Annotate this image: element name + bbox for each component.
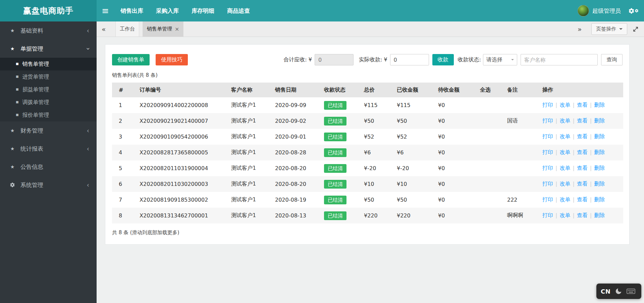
row-action-delete[interactable]: 删除 bbox=[594, 212, 605, 218]
cell-sales-date: 2020-09-01 bbox=[268, 129, 317, 145]
cell-total-price: ¥50 bbox=[357, 113, 390, 129]
settings-button[interactable] bbox=[628, 8, 639, 14]
row-action-view[interactable]: 查看 bbox=[577, 102, 588, 108]
column-header-select-all[interactable]: 全选 bbox=[473, 83, 500, 97]
nav-item-product-trace[interactable]: 商品追查 bbox=[221, 0, 256, 21]
actual-payment-input[interactable] bbox=[390, 54, 429, 65]
row-action-delete[interactable]: 删除 bbox=[594, 102, 605, 108]
cell-total-price: ¥6 bbox=[357, 145, 390, 160]
tabs-scroll-right-button[interactable]: » bbox=[573, 25, 587, 33]
row-action-view[interactable]: 查看 bbox=[577, 165, 588, 171]
cell-index: 6 bbox=[112, 176, 133, 192]
row-action-delete[interactable]: 删除 bbox=[594, 133, 605, 140]
user-name[interactable]: 超级管理员 bbox=[592, 7, 621, 15]
row-action-print[interactable]: 打印 bbox=[542, 149, 553, 155]
row-action-view[interactable]: 查看 bbox=[577, 149, 588, 155]
nav-item-sales-outbound[interactable]: 销售出库 bbox=[114, 0, 150, 21]
nav-item-purchase-inbound[interactable]: 采购入库 bbox=[150, 0, 185, 21]
cell-pending-amount: ¥0 bbox=[431, 145, 473, 160]
row-action-delete[interactable]: 删除 bbox=[594, 165, 605, 171]
sidebar-item-statistics[interactable]: ★ 统计报表 ‹ bbox=[0, 140, 97, 158]
row-action-delete[interactable]: 删除 bbox=[594, 181, 605, 187]
tab-operations-button[interactable]: 页签操作 bbox=[591, 23, 627, 35]
row-action-view[interactable]: 查看 bbox=[577, 133, 588, 140]
usage-tips-button[interactable]: 使用技巧 bbox=[156, 54, 188, 65]
sidebar-item-finance[interactable]: ★ 财务管理 ‹ bbox=[0, 121, 97, 140]
row-action-modify[interactable]: 改单 bbox=[559, 165, 570, 171]
action-separator: | bbox=[555, 165, 557, 171]
cell-payment-status: 已结清 bbox=[317, 208, 357, 223]
sidebar-item-document-management[interactable]: ★ 单据管理 ‹ bbox=[0, 40, 97, 58]
row-action-modify[interactable]: 改单 bbox=[559, 149, 570, 155]
fullscreen-icon[interactable] bbox=[633, 26, 639, 32]
cell-select bbox=[473, 97, 500, 113]
tabs-scroll-left-button[interactable]: « bbox=[97, 21, 111, 37]
cell-select bbox=[473, 176, 500, 192]
action-separator: | bbox=[555, 212, 557, 218]
tab-operations-label: 页签操作 bbox=[596, 26, 616, 32]
main-content: 创建销售单 使用技巧 合计应收: ¥ 实际收款: ¥ 收款 收款状态: 请选择 bbox=[97, 37, 644, 303]
table-row: 2 X2020090219021400007 测试客户1 2020-09-02 … bbox=[112, 113, 623, 129]
column-header-order-no: 订单编号 bbox=[133, 83, 224, 97]
sidebar-subitem-quotation-orders[interactable]: ■ 报价单管理 bbox=[0, 109, 97, 121]
double-chevron-left-icon: « bbox=[102, 25, 106, 33]
row-action-view[interactable]: 查看 bbox=[577, 196, 588, 203]
row-action-print[interactable]: 打印 bbox=[542, 117, 553, 124]
cell-select bbox=[473, 129, 500, 145]
status-badge: 已结清 bbox=[324, 133, 346, 141]
row-action-modify[interactable]: 改单 bbox=[559, 196, 570, 203]
row-action-delete[interactable]: 删除 bbox=[594, 196, 605, 203]
square-icon: ■ bbox=[16, 75, 19, 78]
tab-sales-order-management[interactable]: 销售单管理 × bbox=[143, 21, 183, 37]
row-action-print[interactable]: 打印 bbox=[542, 212, 553, 218]
row-action-delete[interactable]: 删除 bbox=[594, 117, 605, 124]
row-action-print[interactable]: 打印 bbox=[542, 181, 553, 187]
action-separator: | bbox=[573, 196, 574, 203]
nav-item-inventory-detail[interactable]: 库存明细 bbox=[185, 0, 221, 21]
payment-status-select[interactable]: 请选择 bbox=[483, 54, 517, 65]
row-action-print[interactable]: 打印 bbox=[542, 165, 553, 171]
sidebar-item-basic-data[interactable]: ★ 基础资料 ‹ bbox=[0, 21, 97, 40]
cell-total-price: ¥220 bbox=[357, 208, 390, 223]
sidebar-item-system[interactable]: 系统管理 ‹ bbox=[0, 176, 97, 194]
star-icon: ★ bbox=[9, 128, 16, 133]
nav-item-label: 采购入库 bbox=[156, 7, 179, 15]
sidebar-item-announcements[interactable]: ★ 公告信息 bbox=[0, 158, 97, 176]
search-button[interactable]: 查询 bbox=[601, 54, 623, 65]
cell-select bbox=[473, 208, 500, 223]
row-action-delete[interactable]: 删除 bbox=[594, 149, 605, 155]
row-action-print[interactable]: 打印 bbox=[542, 196, 553, 203]
cell-payment-status: 已结清 bbox=[317, 160, 357, 176]
sidebar-toggle-button[interactable]: ≡ bbox=[97, 0, 114, 21]
cell-actions: 打印|改单|查看|删除 bbox=[536, 129, 623, 145]
row-action-modify[interactable]: 改单 bbox=[559, 212, 570, 218]
create-sales-order-button[interactable]: 创建销售单 bbox=[112, 54, 150, 65]
cell-index: 1 bbox=[112, 97, 133, 113]
tab-close-icon[interactable]: × bbox=[175, 27, 179, 32]
gear-icon bbox=[9, 182, 16, 188]
cell-customer-name: 测试客户1 bbox=[224, 160, 268, 176]
cell-total-price: ¥115 bbox=[357, 97, 390, 113]
row-action-view[interactable]: 查看 bbox=[577, 117, 588, 124]
receive-payment-button[interactable]: 收款 bbox=[432, 54, 454, 65]
actual-payment-label: 实际收款: ¥ bbox=[359, 56, 387, 63]
row-action-view[interactable]: 查看 bbox=[577, 181, 588, 187]
column-header-total-price: 总价 bbox=[357, 83, 390, 97]
sidebar-subitem-label: 报价单管理 bbox=[22, 112, 49, 119]
row-action-view[interactable]: 查看 bbox=[577, 212, 588, 218]
sidebar-subitem-transfer-orders[interactable]: ■ 调拨单管理 bbox=[0, 96, 97, 109]
user-avatar[interactable] bbox=[578, 5, 589, 16]
customer-name-input[interactable] bbox=[521, 54, 598, 65]
row-action-print[interactable]: 打印 bbox=[542, 102, 553, 108]
row-action-modify[interactable]: 改单 bbox=[559, 117, 570, 124]
row-action-print[interactable]: 打印 bbox=[542, 133, 553, 140]
sidebar-subitem-profit-loss-orders[interactable]: ■ 损益单管理 bbox=[0, 83, 97, 96]
sidebar-subitem-sales-orders[interactable]: ■ 销售单管理 bbox=[0, 58, 97, 70]
sidebar-item-label: 基础资料 bbox=[20, 27, 43, 35]
sidebar-subitem-purchase-orders[interactable]: ■ 进货单管理 bbox=[0, 70, 97, 83]
row-action-modify[interactable]: 改单 bbox=[559, 181, 570, 187]
ime-indicator[interactable]: CN bbox=[596, 284, 641, 299]
row-action-modify[interactable]: 改单 bbox=[559, 102, 570, 108]
tab-workbench[interactable]: 工作台 bbox=[115, 21, 139, 37]
row-action-modify[interactable]: 改单 bbox=[559, 133, 570, 140]
